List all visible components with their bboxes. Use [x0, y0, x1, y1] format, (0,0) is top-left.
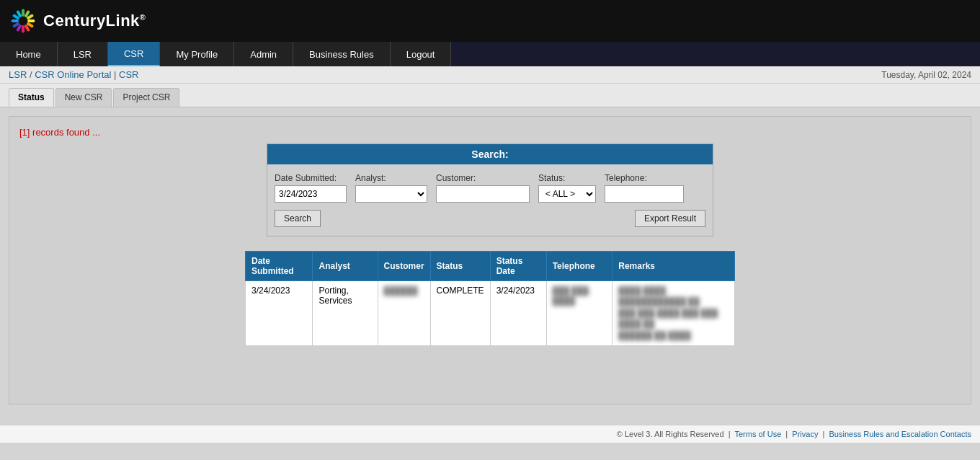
col-status-date: Status Date: [490, 252, 546, 281]
footer-copyright: © Level 3. All Rights Reserved: [617, 430, 724, 438]
svg-line-8: [18, 26, 20, 30]
col-customer: Customer: [378, 252, 430, 281]
cell-status: COMPLETE: [430, 281, 490, 346]
cell-date-submitted: 3/24/2023: [246, 281, 313, 346]
telephone-field-group: Telephone:: [605, 173, 684, 203]
search-panel: Search: Date Submitted: Analyst: Custom: [267, 143, 713, 236]
cell-status-date: 3/24/2023: [490, 281, 546, 346]
col-date-submitted: Date Submitted: [246, 252, 313, 281]
nav-logout[interactable]: Logout: [391, 42, 452, 66]
svg-line-9: [14, 24, 18, 26]
remarks-line3: ██████ ██-████: [618, 330, 729, 341]
footer-privacy-link[interactable]: Privacy: [792, 430, 818, 438]
tab-project-csr[interactable]: Project CSR: [113, 88, 179, 107]
nav-csr[interactable]: CSR: [108, 42, 160, 66]
records-found: [1] records found ...: [19, 127, 961, 138]
nav-bar: Home LSR CSR My Profile Admin Business R…: [0, 42, 980, 66]
footer-terms-link[interactable]: Terms of Use: [734, 430, 781, 438]
header: CenturyLink®: [0, 0, 980, 42]
cell-analyst: Porting, Services: [313, 281, 378, 346]
tabs: Status New CSR Project CSR: [0, 84, 980, 107]
breadcrumb-bar: LSR / CSR Online Portal | CSR Tuesday, A…: [0, 66, 980, 84]
col-remarks: Remarks: [612, 252, 735, 281]
logo-text: CenturyLink®: [43, 12, 146, 30]
remarks-line1: ████ ████ ████████████ ██: [618, 286, 729, 308]
telephone-input[interactable]: [605, 185, 684, 203]
results-table: Date Submitted Analyst Customer Status S…: [245, 251, 735, 346]
tab-status[interactable]: Status: [9, 88, 54, 107]
nav-business-rules[interactable]: Business Rules: [293, 42, 391, 66]
telephone-label: Telephone:: [605, 173, 684, 183]
status-field-group: Status: < ALL > COMPLETE PENDING IN PROG…: [538, 173, 596, 203]
logo-name: CenturyLink: [43, 12, 140, 30]
table-header-row: Date Submitted Analyst Customer Status S…: [246, 252, 735, 281]
nav-admin[interactable]: Admin: [234, 42, 293, 66]
tab-new-csr[interactable]: New CSR: [55, 88, 112, 107]
search-form: Date Submitted: Analyst: Customer:: [267, 164, 713, 236]
svg-line-12: [18, 12, 20, 16]
main-content: [1] records found ... Search: Date Submi…: [0, 107, 980, 425]
status-select[interactable]: < ALL > COMPLETE PENDING IN PROGRESS CAN…: [538, 185, 596, 203]
svg-line-3: [28, 16, 32, 18]
customer-label: Customer:: [436, 173, 530, 183]
analyst-label: Analyst:: [355, 173, 427, 183]
customer-field-group: Customer:: [436, 173, 530, 203]
cell-customer-blurred: ██████: [384, 286, 418, 295]
col-analyst: Analyst: [313, 252, 378, 281]
results-area: Date Submitted Analyst Customer Status S…: [19, 251, 961, 346]
export-result-button[interactable]: Export Result: [635, 210, 705, 227]
cell-telephone-blurred: ███ ███-████: [553, 286, 591, 305]
search-button[interactable]: Search: [275, 210, 321, 227]
breadcrumb: LSR / CSR Online Portal | CSR: [9, 69, 138, 80]
cell-telephone: ███ ███-████: [546, 281, 612, 346]
cell-customer: ██████: [378, 281, 430, 346]
svg-line-6: [26, 26, 28, 30]
date-submitted-label: Date Submitted:: [275, 173, 347, 183]
status-label: Status:: [538, 173, 596, 183]
search-fields: Date Submitted: Analyst: Customer:: [275, 173, 705, 203]
logo-area: CenturyLink®: [10, 8, 146, 34]
remarks-line2: ███ ███-████ ███ ███-████ ██: [618, 308, 729, 330]
date-submitted-input[interactable]: [275, 185, 347, 203]
logo-registered: ®: [140, 13, 146, 22]
date-display: Tuesday, April 02, 2024: [881, 70, 971, 80]
breadcrumb-sep2: |: [114, 69, 119, 80]
footer-business-rules-link[interactable]: Business Rules and Escalation Contacts: [829, 430, 972, 438]
svg-line-5: [28, 24, 32, 26]
breadcrumb-lsr[interactable]: LSR: [9, 69, 27, 80]
col-telephone: Telephone: [546, 252, 612, 281]
footer: © Level 3. All Rights Reserved | Terms o…: [0, 425, 980, 443]
customer-input[interactable]: [436, 185, 530, 203]
table-row: 3/24/2023 Porting, Services ██████ COMPL…: [246, 281, 735, 346]
svg-line-11: [14, 16, 18, 18]
analyst-field-group: Analyst:: [355, 173, 427, 203]
centurylink-logo-icon: [10, 8, 36, 34]
search-header: Search:: [267, 144, 713, 164]
breadcrumb-csr[interactable]: CSR: [119, 69, 138, 80]
col-status: Status: [430, 252, 490, 281]
nav-home[interactable]: Home: [0, 42, 58, 66]
cell-remarks: ████ ████ ████████████ ██ ███ ███-████ █…: [612, 281, 735, 346]
analyst-select[interactable]: [355, 185, 427, 203]
svg-line-2: [26, 12, 28, 16]
nav-my-profile[interactable]: My Profile: [160, 42, 234, 66]
search-actions: Search Export Result: [275, 210, 705, 227]
nav-lsr[interactable]: LSR: [58, 42, 108, 66]
content-box: [1] records found ... Search: Date Submi…: [9, 116, 971, 404]
date-submitted-field-group: Date Submitted:: [275, 173, 347, 203]
breadcrumb-csr-online-portal[interactable]: CSR Online Portal: [35, 69, 111, 80]
